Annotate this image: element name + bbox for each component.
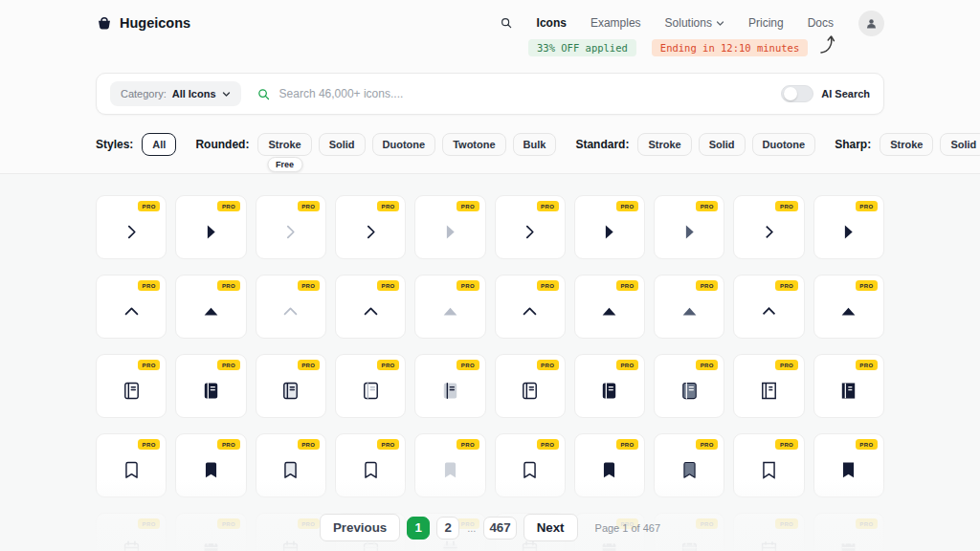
icon-card-chevron-right-rounded-bulk[interactable]: PRO xyxy=(414,195,485,259)
nav-docs[interactable]: Docs xyxy=(808,16,834,30)
nav-pricing[interactable]: Pricing xyxy=(748,16,784,30)
hugeicons-logo-icon xyxy=(96,14,113,32)
icon-card-book-standard-solid[interactable]: PRO xyxy=(574,354,645,418)
book-icon xyxy=(837,380,859,402)
icon-card-chevron-up-rounded-solid[interactable]: PRO xyxy=(175,275,246,339)
style-group-label-sharp: Sharp: xyxy=(835,138,871,151)
icon-card-chevron-right-rounded-twotone[interactable]: PRO xyxy=(335,195,406,259)
chevron-right-icon xyxy=(121,221,143,243)
style-rounded-solid-button[interactable]: Solid xyxy=(319,133,366,156)
style-all-button[interactable]: All xyxy=(142,133,176,156)
icon-card-book-sharp-stroke[interactable]: PRO xyxy=(733,354,804,418)
bookmark-icon xyxy=(837,459,859,481)
icon-card-book-rounded-twotone[interactable]: PRO xyxy=(335,354,406,418)
style-option-wrap: Duotone xyxy=(752,133,816,156)
icon-card-chevron-up-rounded-duotone[interactable]: PRO xyxy=(256,275,326,339)
bookmark-icon xyxy=(200,459,222,481)
page-button-467[interactable]: 467 xyxy=(483,517,516,540)
icon-card-chevron-right-standard-solid[interactable]: PRO xyxy=(574,195,645,259)
icon-card-book-rounded-bulk[interactable]: PRO xyxy=(414,354,485,418)
bookmark-icon xyxy=(121,459,143,481)
icon-card-chevron-right-standard-duotone[interactable]: PRO xyxy=(654,195,724,259)
page-button-1[interactable]: 1 xyxy=(407,517,430,540)
pro-badge: PRO xyxy=(696,360,718,370)
logo[interactable]: Hugeicons xyxy=(96,14,190,32)
style-rounded-duotone-button[interactable]: Duotone xyxy=(372,133,436,156)
pro-badge: PRO xyxy=(775,280,797,291)
style-option-wrap: Stroke xyxy=(637,133,691,156)
icon-card-chevron-up-standard-solid[interactable]: PRO xyxy=(574,275,645,339)
icon-card-chevron-up-standard-stroke[interactable]: PRO xyxy=(495,275,566,339)
style-standard-solid-button[interactable]: Solid xyxy=(699,133,746,156)
category-dropdown[interactable]: Category: All Icons xyxy=(110,81,241,106)
chevron-up-icon xyxy=(519,300,541,322)
search-icon[interactable] xyxy=(500,16,513,30)
icon-card-chevron-up-standard-duotone[interactable]: PRO xyxy=(654,275,724,339)
icon-card-bookmark-sharp-solid[interactable]: PRO xyxy=(813,433,884,497)
discount-badge: 33% OFF applied xyxy=(528,39,636,56)
pro-badge: PRO xyxy=(457,439,479,450)
ai-search-toggle[interactable] xyxy=(781,85,813,102)
icon-card-chevron-right-standard-stroke[interactable]: PRO xyxy=(495,195,566,259)
style-option-wrap: Solid xyxy=(940,133,980,156)
icon-card-book-standard-duotone[interactable]: PRO xyxy=(654,354,724,418)
page-button-2[interactable]: 2 xyxy=(436,517,459,540)
book-icon xyxy=(598,380,620,402)
category-value: All Icons xyxy=(172,88,216,99)
icon-card-chevron-up-sharp-stroke[interactable]: PRO xyxy=(733,275,804,339)
bookmark-icon xyxy=(439,459,461,481)
icon-card-bookmark-standard-duotone[interactable]: PRO xyxy=(654,433,724,497)
icon-card-bookmark-standard-solid[interactable]: PRO xyxy=(574,433,645,497)
icon-card-book-rounded-solid[interactable]: PRO xyxy=(175,354,246,418)
icon-card-chevron-right-sharp-stroke[interactable]: PRO xyxy=(733,195,804,259)
book-icon xyxy=(519,380,541,402)
pro-badge: PRO xyxy=(616,360,638,370)
icon-card-chevron-right-rounded-duotone[interactable]: PRO xyxy=(256,195,326,259)
pagination: Previous12...467NextPage 1 of 467 xyxy=(0,514,980,541)
avatar[interactable] xyxy=(858,11,884,36)
nav-solutions[interactable]: Solutions xyxy=(665,16,724,30)
style-sharp-stroke-button[interactable]: Stroke xyxy=(880,133,933,156)
icon-card-chevron-right-rounded-stroke[interactable]: PRO xyxy=(96,195,167,259)
icon-card-bookmark-standard-stroke[interactable]: PRO xyxy=(495,433,566,497)
icon-card-chevron-up-rounded-stroke[interactable]: PRO xyxy=(96,275,167,339)
icon-card-book-rounded-stroke[interactable]: PRO xyxy=(96,354,167,418)
icon-card-bookmark-rounded-stroke[interactable]: PRO xyxy=(96,433,167,497)
icon-card-chevron-up-rounded-twotone[interactable]: PRO xyxy=(335,275,406,339)
nav-icons[interactable]: Icons xyxy=(537,16,567,30)
icon-card-book-rounded-duotone[interactable]: PRO xyxy=(256,354,326,418)
icon-card-bookmark-rounded-bulk[interactable]: PRO xyxy=(414,433,485,497)
icon-card-bookmark-rounded-solid[interactable]: PRO xyxy=(175,433,246,497)
book-icon xyxy=(279,380,301,402)
icon-card-chevron-up-rounded-bulk[interactable]: PRO xyxy=(414,275,485,339)
previous-page-button[interactable]: Previous xyxy=(320,514,400,541)
book-icon xyxy=(439,380,461,402)
style-rounded-twotone-button[interactable]: Twotone xyxy=(442,133,505,156)
icon-card-chevron-right-sharp-solid[interactable]: PRO xyxy=(813,195,884,259)
user-icon xyxy=(864,16,879,31)
logo-text: Hugeicons xyxy=(120,15,190,31)
icon-card-bookmark-sharp-stroke[interactable]: PRO xyxy=(733,433,804,497)
page-summary: Page 1 of 467 xyxy=(595,522,661,534)
chevron-up-icon xyxy=(121,300,143,322)
page-ellipsis: ... xyxy=(466,522,477,534)
pro-badge: PRO xyxy=(775,201,797,211)
search-input[interactable] xyxy=(279,87,782,100)
nav-examples[interactable]: Examples xyxy=(590,16,641,30)
icon-card-bookmark-rounded-duotone[interactable]: PRO xyxy=(256,433,326,497)
chevron-up-icon xyxy=(279,300,301,322)
chevron-down-icon xyxy=(716,20,724,27)
icon-card-chevron-up-sharp-solid[interactable]: PRO xyxy=(813,275,884,339)
pro-badge: PRO xyxy=(696,280,718,291)
style-sharp-solid-button[interactable]: Solid xyxy=(940,133,980,156)
icon-card-chevron-right-rounded-solid[interactable]: PRO xyxy=(175,195,246,259)
next-page-button[interactable]: Next xyxy=(523,514,578,541)
style-standard-duotone-button[interactable]: Duotone xyxy=(752,133,816,156)
style-rounded-stroke-button[interactable]: Stroke xyxy=(257,133,311,156)
style-standard-stroke-button[interactable]: Stroke xyxy=(637,133,691,156)
icon-card-book-sharp-solid[interactable]: PRO xyxy=(813,354,884,418)
icon-card-book-standard-stroke[interactable]: PRO xyxy=(495,354,566,418)
icon-card-bookmark-rounded-twotone[interactable]: PRO xyxy=(335,433,406,497)
style-rounded-bulk-button[interactable]: Bulk xyxy=(513,133,557,156)
pro-badge: PRO xyxy=(138,280,160,291)
